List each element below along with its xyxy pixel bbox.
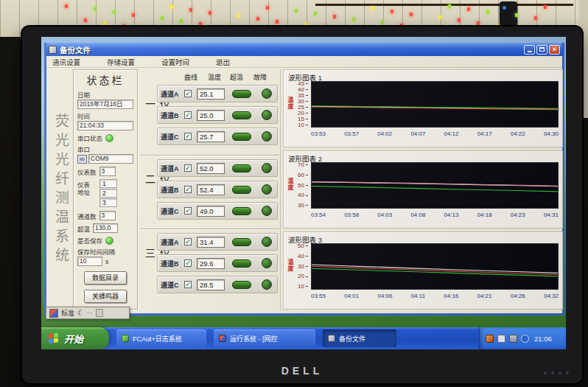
menu-comm-settings[interactable]: 通讯设置 [49, 57, 84, 67]
panel-led-icon [295, 9, 298, 13]
windows-logo-icon [49, 332, 60, 344]
save-enabled-label: 是否保存 [77, 236, 102, 245]
waveform-line [312, 181, 558, 186]
y-tick-label: 40 [298, 192, 308, 198]
minimize-button[interactable] [524, 45, 535, 55]
meter-address-item[interactable]: 2 [99, 189, 117, 198]
close-button[interactable]: × [549, 45, 560, 55]
app-window: 备份文件 × 通讯设置 存储设置 设置时间 退出 荧光光纤测温系统 [44, 43, 564, 315]
overtemp-indicator [232, 164, 251, 172]
window-title: 备份文件 [60, 44, 521, 55]
panel-led-icon [209, 11, 211, 15]
maximize-button[interactable] [536, 45, 547, 55]
display-tray-icon[interactable] [497, 335, 505, 343]
ime-options-button[interactable] [96, 309, 103, 317]
serial-status-label: 串口状态 [77, 133, 102, 142]
meter-address-label: 仪表 地址 [77, 182, 97, 197]
curve-checkbox[interactable]: ✓ [184, 259, 192, 267]
window-titlebar[interactable]: 备份文件 × [46, 43, 562, 56]
panel-led-icon [189, 8, 192, 12]
chart-plot-area [311, 243, 559, 290]
channel-row: 通道B ✓ 52.4 [157, 181, 278, 198]
maximize-icon [539, 47, 545, 52]
volume-tray-icon[interactable] [521, 335, 529, 343]
curve-checkbox[interactable]: ✓ [184, 186, 192, 193]
channel-row: 通道A ✓ 25.1 [157, 85, 278, 102]
serial-port-value: COM9 [88, 154, 133, 164]
chart-plot-area [311, 81, 559, 128]
ime-punctuation-icon[interactable]: ·· [87, 310, 93, 316]
panel-led-icon [486, 10, 489, 14]
curve-checkbox[interactable]: ✓ [184, 164, 192, 172]
buzzer-off-button[interactable]: 关蜂鸣器 [84, 290, 127, 303]
channel-label: 通道A [161, 164, 184, 173]
channel-row: 通道C ✓ 25.7 [157, 128, 278, 145]
instrument-section-2: 仪表二 通道A ✓ 52.0 通道B ✓ [141, 155, 279, 226]
save-interval-value[interactable]: 10 [77, 257, 102, 266]
temperature-display: 28.5 [197, 279, 225, 290]
curve-checkbox[interactable]: ✓ [184, 281, 192, 288]
y-tick-label: 70 [298, 162, 308, 168]
curve-checkbox[interactable]: ✓ [184, 133, 192, 140]
x-tick-label: 04:26 [511, 293, 525, 300]
taskbar-item-label: FCAut+日志系统 [133, 334, 182, 344]
start-button[interactable]: 开始 [41, 327, 109, 349]
panel-led-icon [333, 15, 336, 18]
graphics-tray-icon[interactable] [486, 335, 494, 343]
curve-checkbox[interactable]: ✓ [184, 238, 192, 245]
x-tick-label: 04:32 [544, 293, 559, 300]
taskbar-item-backup-file[interactable]: 备份文件 [323, 330, 396, 347]
overtemp-indicator [232, 90, 251, 98]
y-tick-label: 50 [298, 183, 308, 189]
panel-led-icon [84, 18, 87, 22]
serial-port-combo[interactable]: I/O COM9 [77, 154, 133, 164]
curve-checkbox[interactable]: ✓ [184, 111, 192, 119]
panel-led-icon [180, 19, 183, 23]
meter-count-label: 仪表数 [77, 167, 97, 176]
monitor-brand-logo: DELL [281, 365, 323, 377]
x-tick-label: 04:31 [544, 212, 559, 219]
y-tick-label: 10 [298, 284, 308, 290]
taskbar-item-log-system[interactable]: FCAut+日志系统 [116, 330, 206, 347]
overtemp-threshold-label: 超温 [77, 224, 90, 233]
y-tick-label: 50 [298, 243, 308, 249]
x-tick-label: 04:18 [477, 212, 492, 219]
usb-tray-icon[interactable] [509, 335, 517, 343]
panel-led-icon [103, 21, 106, 25]
channel-row: 通道C ✓ 28.5 [157, 276, 278, 293]
moon-icon[interactable]: ☾ [77, 310, 84, 317]
overtemp-indicator [232, 133, 251, 141]
x-tick-label: 04:13 [444, 212, 459, 219]
app-icon [49, 46, 57, 54]
overtemp-indicator [232, 281, 251, 289]
overtemp-indicator [232, 259, 251, 268]
menu-storage-settings[interactable]: 存储设置 [103, 57, 139, 67]
panel-led-icon [438, 15, 441, 19]
panel-led-icon [113, 10, 116, 14]
meter-address-item[interactable]: 3 [99, 198, 117, 207]
waveform-chart-2: 波形图表 2 温度 7060504030 03:5403:5804:0304:0… [283, 150, 563, 229]
overtemp-indicator [232, 111, 251, 119]
taskbar-item-run-system[interactable]: 运行系统 - [网控 [214, 330, 315, 347]
bezel-buttons[interactable] [544, 372, 569, 374]
ime-mode-label[interactable]: 标准 [61, 308, 74, 318]
check-icon: ✓ [185, 133, 191, 140]
menu-exit[interactable]: 退出 [212, 57, 234, 67]
x-tick-label: 04:30 [544, 130, 559, 138]
fault-led [262, 258, 272, 268]
status-panel: 状态栏 日期 2016年7月16日 时间 21:04:33 串口状态 串口 I/… [73, 69, 138, 310]
data-directory-button[interactable]: 数据目录 [84, 271, 127, 285]
channel-label: 通道A [161, 237, 184, 247]
chart-plot-area [311, 162, 559, 209]
curve-checkbox[interactable]: ✓ [184, 207, 192, 215]
curve-checkbox[interactable]: ✓ [184, 90, 192, 97]
ime-language-icon[interactable] [49, 309, 58, 318]
panel-led-icon [199, 22, 202, 26]
panel-led-icon [314, 12, 317, 15]
x-tick-label: 03:54 [311, 212, 326, 219]
check-icon: ✓ [185, 186, 191, 193]
menu-set-time[interactable]: 设置时间 [158, 57, 193, 67]
panel-led-icon [276, 20, 279, 24]
meter-address-item[interactable]: 1 [99, 179, 117, 188]
fault-led [262, 237, 272, 247]
